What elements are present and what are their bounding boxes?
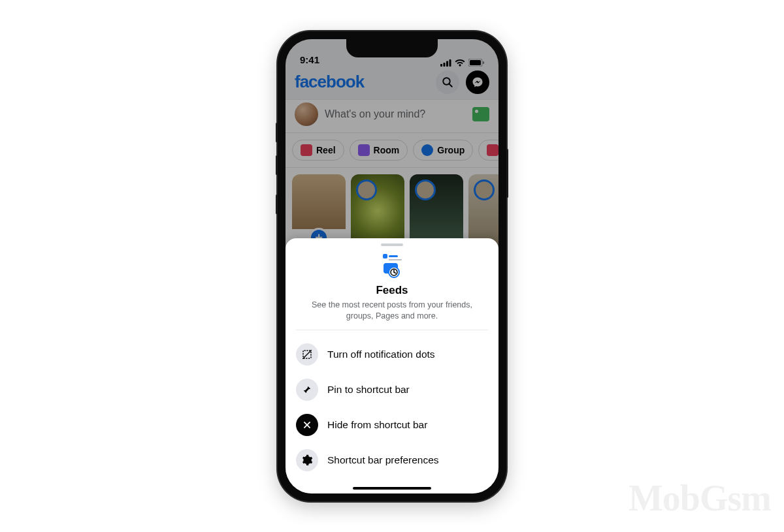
bottom-sheet: Feeds See the most recent posts from you…: [286, 238, 498, 493]
sheet-title: Feeds: [296, 284, 488, 297]
svg-rect-6: [483, 61, 484, 64]
svg-line-18: [302, 350, 312, 359]
feeds-icon: [379, 253, 405, 279]
wifi-icon: [455, 57, 465, 65]
notch: [346, 39, 438, 57]
svg-rect-10: [389, 259, 402, 260]
hide-icon: [296, 414, 318, 436]
home-indicator[interactable]: [353, 487, 431, 490]
svg-rect-2: [446, 61, 448, 67]
svg-rect-5: [470, 60, 481, 65]
option-label: Shortcut bar preferences: [327, 454, 439, 466]
option-label: Turn off notification dots: [327, 349, 435, 360]
sheet-grabber[interactable]: [381, 243, 403, 246]
option-shortcut-prefs[interactable]: Shortcut bar preferences: [296, 443, 488, 478]
gear-icon: [296, 449, 318, 471]
svg-rect-3: [449, 59, 451, 67]
divider: [296, 330, 488, 330]
cellular-signal-icon: [440, 57, 451, 65]
svg-rect-1: [444, 63, 446, 67]
sheet-subtitle: See the most recent posts from your frie…: [296, 300, 488, 322]
pin-icon: [296, 379, 318, 401]
notification-off-icon: [296, 343, 318, 366]
svg-rect-9: [389, 255, 398, 257]
svg-rect-11: [383, 254, 387, 258]
watermark-text: MobGsm: [629, 477, 771, 519]
phone-frame: 9:41 facebook: [278, 31, 506, 501]
phone-screen: 9:41 facebook: [286, 39, 498, 493]
battery-icon: [468, 57, 484, 65]
option-hide-shortcut[interactable]: Hide from shortcut bar: [296, 407, 488, 443]
option-pin-shortcut[interactable]: Pin to shortcut bar: [296, 372, 488, 407]
status-time: 9:41: [300, 54, 319, 65]
svg-rect-0: [440, 64, 442, 67]
option-turn-off-dots[interactable]: Turn off notification dots: [296, 337, 488, 372]
option-label: Pin to shortcut bar: [327, 384, 410, 396]
option-label: Hide from shortcut bar: [327, 419, 427, 431]
